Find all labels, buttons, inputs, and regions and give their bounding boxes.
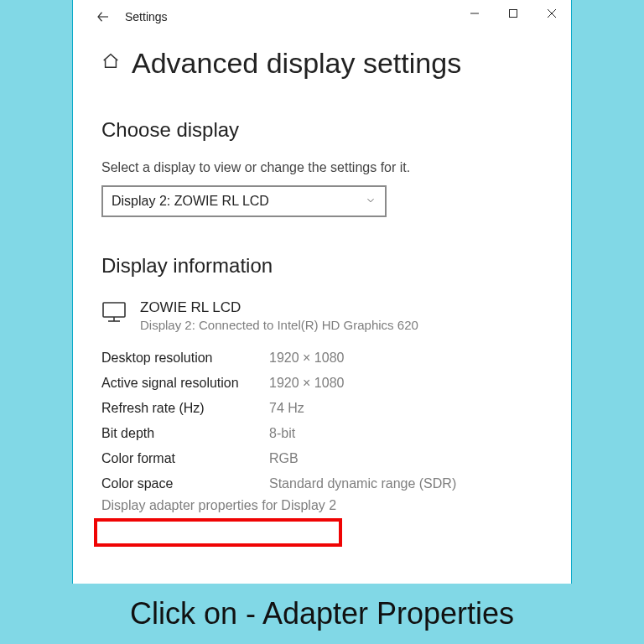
- display-name: ZOWIE RL LCD: [140, 299, 418, 316]
- info-label: Active signal resolution: [101, 376, 269, 391]
- maximize-button[interactable]: [494, 0, 532, 27]
- close-button[interactable]: [532, 0, 571, 27]
- info-value: 1920 × 1080: [269, 351, 344, 366]
- annotation-callout: Click on - Adapter Properties: [0, 584, 644, 644]
- window-title: Settings: [125, 10, 168, 23]
- info-value: RGB: [269, 451, 299, 466]
- page-header: Advanced display settings: [101, 47, 561, 80]
- display-selector[interactable]: Display 2: ZOWIE RL LCD: [101, 185, 387, 217]
- info-value: 74 Hz: [269, 401, 304, 416]
- table-row: Refresh rate (Hz) 74 Hz: [101, 396, 561, 421]
- display-device-row: ZOWIE RL LCD Display 2: Connected to Int…: [101, 299, 561, 332]
- display-selector-value: Display 2: ZOWIE RL LCD: [112, 194, 269, 209]
- back-button[interactable]: [86, 0, 120, 34]
- choose-display-subtitle: Select a display to view or change the s…: [101, 160, 561, 175]
- table-row: Color format RGB: [101, 446, 561, 471]
- table-row: Bit depth 8-bit: [101, 421, 561, 446]
- annotation-callout-text: Click on - Adapter Properties: [130, 596, 514, 631]
- svg-rect-5: [103, 303, 125, 317]
- svg-rect-2: [510, 10, 517, 18]
- info-value: 1920 × 1080: [269, 376, 344, 391]
- minimize-button[interactable]: [455, 0, 494, 27]
- table-row: Active signal resolution 1920 × 1080: [101, 371, 561, 396]
- info-label: Refresh rate (Hz): [101, 401, 269, 416]
- info-label: Bit depth: [101, 426, 269, 441]
- table-row: Desktop resolution 1920 × 1080: [101, 345, 561, 371]
- info-label: Color format: [101, 451, 269, 466]
- display-info-title: Display information: [101, 254, 561, 278]
- content-area: Advanced display settings Choose display…: [73, 34, 571, 513]
- monitor-icon: [101, 301, 127, 326]
- info-label: Desktop resolution: [101, 351, 269, 366]
- info-value: 8-bit: [269, 426, 295, 441]
- display-connection: Display 2: Connected to Intel(R) HD Grap…: [140, 318, 418, 332]
- chevron-down-icon: [365, 195, 377, 209]
- display-info-table: Desktop resolution 1920 × 1080 Active si…: [101, 345, 561, 513]
- annotation-highlight: [94, 518, 342, 547]
- adapter-properties-link[interactable]: Display adapter properties for Display 2: [101, 498, 561, 513]
- titlebar: Settings: [73, 0, 571, 34]
- home-icon[interactable]: [101, 52, 120, 75]
- settings-window: Settings Advanced display settings Choo: [72, 0, 572, 595]
- info-value: Standard dynamic range (SDR): [269, 476, 456, 491]
- display-device-text: ZOWIE RL LCD Display 2: Connected to Int…: [140, 299, 418, 332]
- window-controls: [455, 0, 571, 27]
- page-title: Advanced display settings: [132, 47, 461, 80]
- table-row: Color space Standard dynamic range (SDR): [101, 471, 561, 496]
- choose-display-title: Choose display: [101, 118, 561, 142]
- info-label: Color space: [101, 476, 269, 491]
